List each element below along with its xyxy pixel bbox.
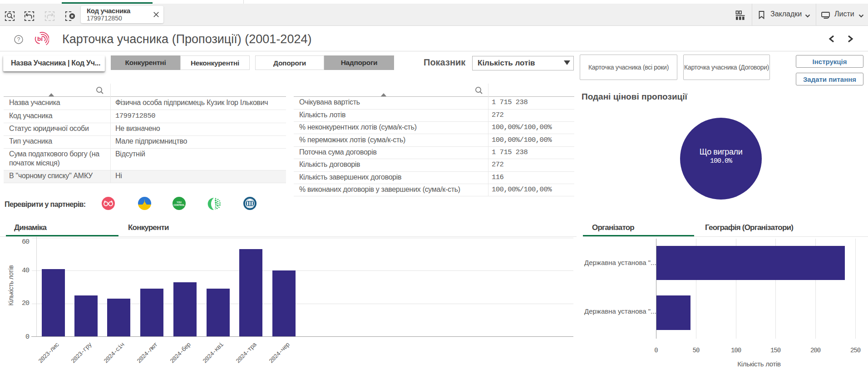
- svg-text:YOU: YOU: [177, 201, 182, 204]
- svg-text:?: ?: [17, 36, 20, 43]
- svg-text:CONTROL: CONTROL: [173, 204, 185, 206]
- svg-text:bi: bi: [37, 35, 43, 42]
